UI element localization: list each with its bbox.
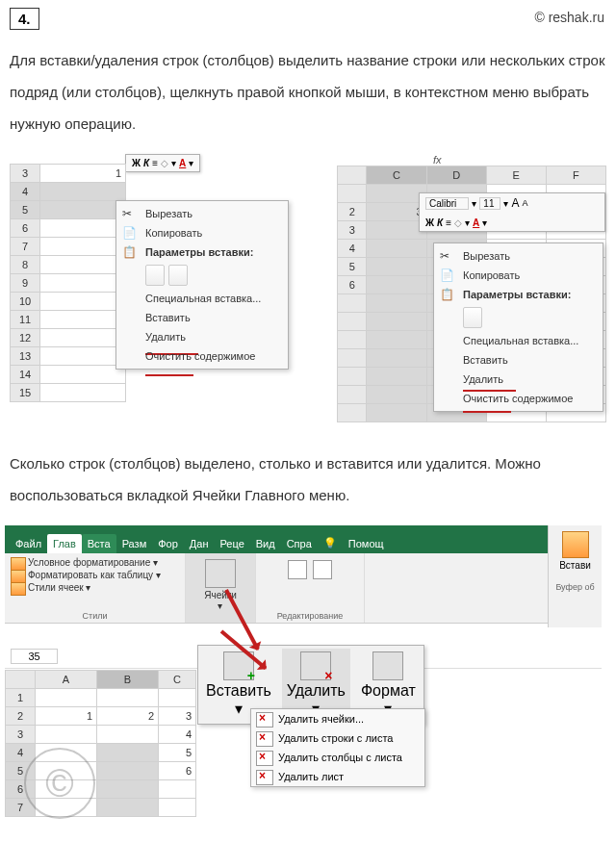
ctx-insert[interactable]: Вставить <box>434 350 603 370</box>
grow-font[interactable]: А <box>511 196 519 210</box>
row-header[interactable]: 15 <box>11 384 40 402</box>
italic-btn[interactable]: К <box>143 158 149 168</box>
paste-opt-1[interactable] <box>145 265 165 286</box>
paste-opt-2[interactable] <box>168 265 188 286</box>
col-header[interactable]: B <box>97 671 159 689</box>
tab-layout[interactable]: Разм <box>116 534 153 553</box>
row-header[interactable]: 4 <box>6 744 36 762</box>
row-header[interactable]: 6 <box>338 276 367 294</box>
cell[interactable] <box>40 329 126 347</box>
font-color-btn[interactable]: А <box>179 158 186 168</box>
cell[interactable] <box>40 274 126 293</box>
cell[interactable] <box>40 384 126 402</box>
font-select[interactable]: Calibri <box>425 197 469 210</box>
ctx-cut[interactable]: ✂Вырезать <box>116 204 288 223</box>
help-icon[interactable]: 💡 <box>318 533 343 553</box>
col-header[interactable]: E <box>486 166 546 185</box>
cell[interactable] <box>40 311 126 329</box>
tab-assist[interactable]: Помощ <box>343 534 390 553</box>
tab-help[interactable]: Спра <box>281 534 318 553</box>
fill-icon[interactable]: ◇ <box>161 158 168 168</box>
tab-data[interactable]: Дан <box>184 534 215 553</box>
row-header[interactable]: 4 <box>11 183 40 201</box>
format-as-table-btn[interactable]: Форматировать как таблицу ▾ <box>11 569 179 581</box>
font-color-btn[interactable]: А <box>473 217 479 228</box>
tab-home[interactable]: Глав <box>47 534 82 553</box>
row-header[interactable]: 5 <box>11 201 40 219</box>
tab-view[interactable]: Вид <box>250 534 281 553</box>
dd-del-rows[interactable]: Удалить строки с листа <box>251 728 424 748</box>
col-header[interactable]: A <box>36 671 97 689</box>
row-header[interactable]: 7 <box>11 238 40 256</box>
edit-icon-1[interactable] <box>288 560 307 579</box>
row-header[interactable]: 9 <box>11 274 40 293</box>
row-header[interactable]: 2 <box>6 707 36 726</box>
cell[interactable] <box>40 201 126 219</box>
cell[interactable] <box>40 293 126 311</box>
paste-big-label[interactable]: Встави <box>549 560 602 571</box>
paste-opt-1[interactable] <box>463 307 482 328</box>
cell[interactable] <box>40 183 126 201</box>
row-header[interactable]: 11 <box>11 311 40 329</box>
col-header[interactable]: C <box>159 671 196 689</box>
cell[interactable] <box>40 238 126 256</box>
row-header[interactable]: 3 <box>11 165 40 183</box>
paste-big-icon[interactable] <box>562 531 589 558</box>
col-header[interactable]: D <box>426 166 486 185</box>
row-header[interactable]: 13 <box>11 347 40 366</box>
cell[interactable] <box>40 219 126 238</box>
ctx-copy[interactable]: 📄Копировать <box>116 223 288 243</box>
row-header[interactable]: 6 <box>6 780 36 799</box>
row-header[interactable]: 8 <box>11 256 40 274</box>
tab-review[interactable]: Реце <box>214 534 249 553</box>
dd-del-cells[interactable]: Удалить ячейки... <box>251 709 424 728</box>
row-header[interactable]: 3 <box>338 221 367 240</box>
cell[interactable]: 3 <box>159 707 196 726</box>
row-header[interactable]: 12 <box>11 329 40 347</box>
ctx-clear[interactable]: Очистить содержимое <box>434 389 603 408</box>
name-box[interactable]: 35 <box>11 649 58 664</box>
cell[interactable] <box>40 256 126 274</box>
row-header[interactable]: 14 <box>11 366 40 384</box>
row-header[interactable]: 6 <box>11 219 40 238</box>
align-btn[interactable]: ≡ <box>446 217 451 228</box>
cell[interactable]: 5 <box>159 744 196 762</box>
cell[interactable]: 2 <box>97 707 159 726</box>
dd-del-cols[interactable]: Удалить столбцы с листа <box>251 748 424 767</box>
ctx-clear[interactable]: Очистить содержимое <box>116 346 288 366</box>
shrink-font[interactable]: А <box>522 198 527 208</box>
cell[interactable]: 1 <box>40 165 126 183</box>
cell[interactable] <box>40 366 126 384</box>
row-header[interactable]: 5 <box>338 258 367 276</box>
bold-btn[interactable]: Ж <box>132 158 141 168</box>
align-btn[interactable]: ≡ <box>152 158 158 168</box>
col-header[interactable]: C <box>367 166 426 185</box>
italic-btn[interactable]: К <box>437 217 443 228</box>
size-select[interactable]: 11 <box>479 197 500 210</box>
ctx-delete[interactable]: Удалить <box>116 327 288 346</box>
row-header[interactable]: 3 <box>6 726 36 744</box>
ctx-cut[interactable]: ✂Вырезать <box>434 246 603 266</box>
cell[interactable] <box>40 347 126 366</box>
ctx-insert[interactable]: Вставить <box>116 308 288 327</box>
ctx-special[interactable]: Специальная вставка... <box>116 289 288 308</box>
tab-file[interactable]: Файл <box>10 534 47 553</box>
row-header[interactable]: 2 <box>338 203 367 221</box>
tab-insert[interactable]: Вста <box>82 534 116 553</box>
row-header[interactable]: 7 <box>6 799 36 817</box>
cell[interactable]: 6 <box>159 762 196 780</box>
dd-del-sheet[interactable]: Удалить лист <box>251 767 424 786</box>
cell[interactable]: 3 <box>367 203 426 221</box>
fill-icon[interactable]: ◇ <box>454 217 462 228</box>
cond-format-btn[interactable]: Условное форматирование ▾ <box>11 556 179 569</box>
col-header[interactable]: F <box>546 166 605 185</box>
tab-formulas[interactable]: Фор <box>152 534 184 553</box>
cell[interactable]: 1 <box>36 707 97 726</box>
edit-icon-2[interactable] <box>313 560 332 579</box>
ctx-special[interactable]: Специальная вставка... <box>434 331 603 350</box>
row-header[interactable]: 5 <box>6 762 36 780</box>
row-header[interactable]: 4 <box>338 240 367 258</box>
cell[interactable]: 4 <box>159 726 196 744</box>
row-header[interactable]: 1 <box>6 689 36 707</box>
bold-btn[interactable]: Ж <box>425 217 434 228</box>
